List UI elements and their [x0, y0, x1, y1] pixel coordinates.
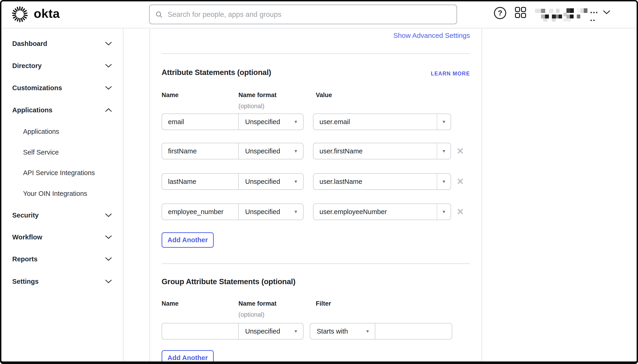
- sidebar-nav: Dashboard Directory Customizations Appli…: [0, 29, 124, 364]
- dropdown-caret-icon: ▾: [442, 119, 445, 125]
- settings-form-panel: Show Advanced Settings Attribute Stateme…: [150, 29, 482, 364]
- chevron-down-icon: [105, 213, 112, 217]
- attribute-value-input[interactable]: [313, 143, 437, 159]
- learn-more-link[interactable]: LEARN MORE: [431, 70, 470, 77]
- name-format-select[interactable]: Unspecified ▾: [238, 324, 303, 339]
- chevron-down-icon: [105, 86, 112, 90]
- top-bar: okta ?: [0, 0, 638, 28]
- column-header-value: Value: [316, 92, 332, 99]
- sidebar-item-settings[interactable]: Settings: [0, 276, 124, 286]
- column-header-optional: (optional): [238, 103, 265, 110]
- dropdown-caret-icon: ▾: [366, 328, 369, 334]
- attribute-row: Unspecified ▾ ▾ ✕: [150, 143, 482, 160]
- global-search: [149, 4, 457, 24]
- name-format-value: Unspecified: [245, 118, 280, 126]
- search-input[interactable]: [168, 10, 451, 19]
- filter-group: Starts with ▾: [310, 323, 452, 340]
- grid-icon: [515, 7, 526, 18]
- okta-admin-window: okta ?: [0, 0, 638, 364]
- sidebar-item-customizations[interactable]: Customizations: [0, 83, 124, 93]
- name-format-select[interactable]: Unspecified ▾: [238, 204, 303, 220]
- attribute-name-input[interactable]: [162, 204, 238, 220]
- sidebar-item-reports[interactable]: Reports: [0, 254, 124, 264]
- account-ellipsis-bottom: ..: [590, 14, 595, 23]
- column-header-name-format: Name format: [238, 92, 277, 99]
- chevron-up-icon: [105, 108, 112, 112]
- app-switcher-button[interactable]: [514, 6, 527, 19]
- name-and-format-group: Unspecified ▾: [162, 323, 304, 340]
- sidebar-item-applications[interactable]: Applications: [0, 105, 124, 115]
- add-another-group-attribute-button[interactable]: Add Another: [162, 350, 214, 364]
- search-icon: [155, 10, 163, 18]
- help-button[interactable]: ?: [494, 7, 506, 19]
- show-advanced-settings-link[interactable]: Show Advanced Settings: [393, 32, 470, 40]
- close-icon: ✕: [457, 177, 464, 186]
- filter-value-input[interactable]: [375, 324, 452, 339]
- column-header-filter: Filter: [316, 300, 331, 307]
- question-mark-icon: ?: [498, 9, 502, 17]
- name-and-format-group: Unspecified ▾: [162, 114, 304, 130]
- dropdown-caret-icon: ▾: [295, 328, 297, 334]
- remove-row-button[interactable]: ✕: [455, 146, 465, 156]
- chevron-down-icon: [105, 64, 112, 68]
- sidebar-item-self-service[interactable]: Self Service: [0, 147, 124, 157]
- value-dropdown-button[interactable]: ▾: [437, 174, 451, 190]
- name-format-value: Unspecified: [245, 148, 280, 155]
- account-menu[interactable]: [535, 7, 588, 22]
- dropdown-caret-icon: ▾: [295, 178, 297, 184]
- okta-logo[interactable]: okta: [12, 6, 60, 23]
- value-combo: ▾: [313, 114, 451, 130]
- name-and-format-group: Unspecified ▾: [162, 204, 304, 220]
- value-dropdown-button[interactable]: ▾: [437, 114, 451, 130]
- chevron-down-icon: [603, 10, 610, 14]
- redacted-account-text: [535, 7, 588, 22]
- chevron-down-icon: [105, 257, 112, 261]
- column-header-optional: (optional): [238, 311, 265, 318]
- account-chevron-button[interactable]: [603, 10, 610, 15]
- section-divider: [162, 264, 470, 264]
- name-and-format-group: Unspecified ▾: [162, 143, 304, 160]
- filter-operator-select[interactable]: Starts with ▾: [310, 324, 375, 339]
- close-icon: ✕: [457, 146, 464, 156]
- name-format-select[interactable]: Unspecified ▾: [238, 174, 303, 190]
- remove-row-button[interactable]: ✕: [455, 176, 465, 186]
- dropdown-caret-icon: ▾: [295, 209, 297, 215]
- sidebar-item-applications-applications[interactable]: Applications: [0, 126, 124, 136]
- sidebar-item-workflow[interactable]: Workflow: [0, 232, 124, 242]
- value-combo: ▾: [313, 173, 451, 190]
- sidebar-item-your-oin-integrations[interactable]: Your OIN Integrations: [0, 188, 124, 198]
- attribute-row: Unspecified ▾ ▾ ✕: [150, 173, 482, 190]
- name-format-value: Unspecified: [245, 328, 280, 335]
- group-attribute-row: Unspecified ▾ Starts with ▾: [150, 323, 482, 340]
- chevron-down-icon: [105, 280, 112, 284]
- sidebar-item-directory[interactable]: Directory: [0, 61, 124, 71]
- value-dropdown-button[interactable]: ▾: [437, 204, 451, 220]
- dropdown-caret-icon: ▾: [442, 209, 445, 215]
- attribute-row: Unspecified ▾ ▾: [150, 114, 482, 130]
- value-dropdown-button[interactable]: ▾: [437, 143, 451, 159]
- attribute-value-input[interactable]: [313, 114, 437, 130]
- value-combo: ▾: [313, 204, 451, 220]
- attribute-row: Unspecified ▾ ▾ ✕: [150, 204, 482, 220]
- sidebar-item-api-service-integrations[interactable]: API Service Integrations: [0, 168, 124, 178]
- group-name-input[interactable]: [162, 324, 238, 339]
- dropdown-caret-icon: ▾: [295, 148, 297, 154]
- name-format-value: Unspecified: [245, 208, 280, 216]
- attribute-value-input[interactable]: [313, 174, 437, 190]
- attribute-name-input[interactable]: [162, 174, 238, 190]
- value-combo: ▾: [313, 143, 451, 160]
- name-format-select[interactable]: Unspecified ▾: [238, 114, 303, 130]
- chevron-down-icon: [105, 235, 112, 239]
- add-another-attribute-button[interactable]: Add Another: [162, 232, 214, 248]
- name-format-select[interactable]: Unspecified ▾: [238, 143, 303, 159]
- attribute-name-input[interactable]: [162, 143, 238, 159]
- attribute-name-input[interactable]: [162, 114, 238, 130]
- dropdown-caret-icon: ▾: [442, 178, 445, 184]
- group-attribute-statements-title: Group Attribute Statements (optional): [162, 277, 295, 286]
- close-icon: ✕: [457, 207, 464, 216]
- sidebar-item-dashboard[interactable]: Dashboard: [0, 38, 124, 49]
- okta-spinner-icon: [12, 6, 28, 22]
- remove-row-button[interactable]: ✕: [455, 207, 465, 217]
- attribute-value-input[interactable]: [313, 204, 437, 220]
- sidebar-item-security[interactable]: Security: [0, 210, 124, 220]
